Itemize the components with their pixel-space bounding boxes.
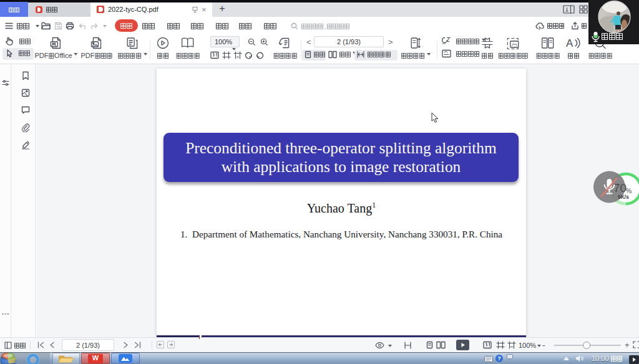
svg-text:70: 70 [613,181,627,194]
svg-text:5K/s: 5K/s [618,194,629,200]
svg-text:A: A [566,37,573,49]
